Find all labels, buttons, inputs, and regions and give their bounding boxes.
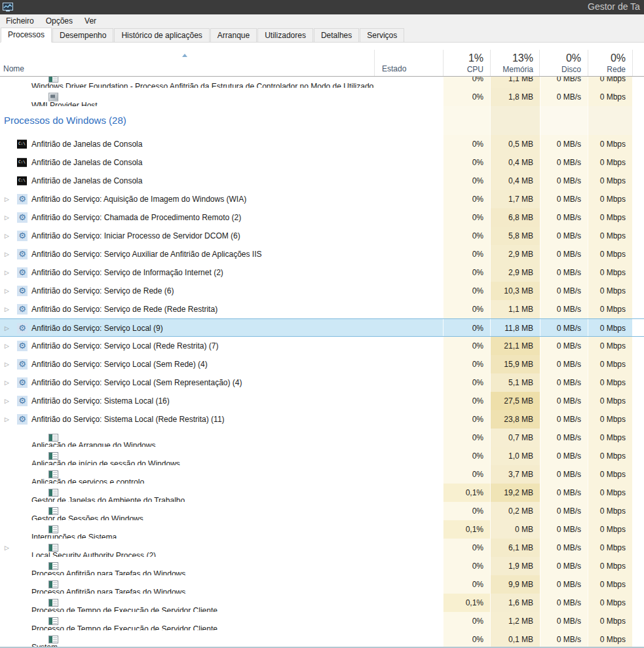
- column-header-disco[interactable]: 0% Disco: [540, 52, 581, 75]
- expand-chevron-icon[interactable]: ▷: [5, 343, 9, 349]
- expand-chevron-icon[interactable]: ▷: [5, 417, 9, 423]
- process-row[interactable]: ▷⚙Anfitrião do Serviço: Sistema Local (1…: [0, 392, 644, 410]
- process-row[interactable]: Processo Anfitrião para Tarefas do Windo…: [0, 557, 644, 575]
- menu-ficheiro[interactable]: Ficheiro: [0, 14, 40, 28]
- process-row[interactable]: Processo de Tempo de Execução de Servido…: [0, 612, 644, 630]
- process-row[interactable]: ▷⚙Anfitrião do Serviço: Serviço de Rede …: [0, 300, 644, 318]
- estado-cell: [374, 300, 443, 318]
- process-row[interactable]: ▷⚙Anfitrião do Serviço: Chamada de Proce…: [0, 208, 644, 227]
- sort-ascending-icon: [182, 54, 187, 57]
- process-row[interactable]: Windows Driver Foundation - Processo Anf…: [0, 77, 644, 88]
- disco-cell: 0 MB/s: [540, 520, 588, 539]
- cpu-cell: 0%: [443, 575, 490, 594]
- disco-cell: 0 MB/s: [540, 557, 588, 575]
- rede-cell: 0 Mbps: [588, 208, 632, 227]
- estado-cell: [374, 410, 443, 429]
- name-cell: ▷⚙Anfitrião do Serviço: Serviço Local (S…: [0, 373, 374, 392]
- row-spacer: [632, 300, 644, 318]
- row-spacer: [632, 172, 644, 190]
- process-row[interactable]: ▷⚙Anfitrião do Serviço: Serviço Auxiliar…: [0, 245, 644, 263]
- window-icon: [48, 470, 58, 478]
- expand-chevron-icon[interactable]: ▷: [5, 362, 9, 368]
- menu-opcoes[interactable]: Opções: [40, 14, 79, 28]
- column-header-nome[interactable]: Nome: [3, 64, 24, 73]
- expand-chevron-icon[interactable]: ▷: [5, 197, 9, 202]
- gear-icon: ⚙: [17, 341, 28, 351]
- process-row[interactable]: ▷⚙Anfitrião do Serviço: Serviço de Rede …: [0, 282, 644, 300]
- rede-cell: 0 Mbps: [588, 172, 632, 190]
- menu-ver[interactable]: Ver: [79, 14, 102, 28]
- rede-cell: 0 Mbps: [588, 447, 632, 465]
- tab-arranque[interactable]: Arranque: [210, 28, 257, 43]
- row-spacer: [632, 319, 644, 336]
- name-cell: Processo Anfitrião para Tarefas do Windo…: [0, 575, 374, 594]
- tab-processos[interactable]: Processos: [1, 28, 52, 43]
- process-row[interactable]: ▷⚙Anfitrião do Serviço: Iniciar Processo…: [0, 227, 644, 245]
- cpu-cell: 0%: [443, 227, 490, 245]
- column-header-cpu[interactable]: 1% CPU: [443, 52, 483, 75]
- tab-detalhes[interactable]: Detalhes: [314, 28, 359, 43]
- expand-chevron-icon[interactable]: ▷: [5, 270, 9, 276]
- gear-icon: ⚙: [17, 323, 28, 334]
- memoria-cell: 23,8 MB: [490, 410, 540, 429]
- process-row[interactable]: Aplicação de início de sessão do Windows…: [0, 447, 644, 465]
- process-row[interactable]: ▷⚙Anfitrião do Serviço: Sistema Local (R…: [0, 410, 644, 429]
- section-header-row[interactable]: Processos do Windows (28): [0, 106, 644, 135]
- process-row[interactable]: ▷⚙Anfitrião do Serviço: Serviço Local (S…: [0, 373, 644, 392]
- name-cell: ▷⚙Anfitrião do Serviço: Sistema Local (1…: [0, 392, 374, 410]
- expand-chevron-icon[interactable]: ▷: [5, 252, 9, 257]
- expand-chevron-icon[interactable]: ▷: [5, 326, 9, 332]
- process-row[interactable]: Processo de Tempo de Execução de Servido…: [0, 594, 644, 612]
- rede-cell: 0 Mbps: [588, 502, 632, 520]
- expand-chevron-icon[interactable]: ▷: [5, 545, 9, 551]
- estado-cell: [374, 355, 443, 373]
- process-name: Anfitrião do Serviço: Serviço Local (Red…: [31, 341, 218, 351]
- expand-chevron-icon[interactable]: ▷: [5, 233, 9, 239]
- estado-cell: [374, 429, 443, 447]
- process-row[interactable]: ▷⚙Anfitrião do Serviço: Serviço Local (S…: [0, 355, 644, 373]
- process-row[interactable]: Gestor de Janelas do Ambiente do Trabalh…: [0, 484, 644, 502]
- disco-cell: 0 MB/s: [540, 410, 588, 429]
- process-row[interactable]: ▷Local Security Authority Process (2)0%6…: [0, 539, 644, 557]
- process-row[interactable]: System0%0,1 MB0 MB/s0 Mbps: [0, 630, 644, 648]
- row-spacer: [632, 88, 644, 106]
- process-name: Processo de Tempo de Execução de Servido…: [31, 624, 218, 630]
- name-cell: WMI Provider Host: [0, 88, 374, 106]
- process-row[interactable]: C:\Anfitrião de Janelas de Consola0%0,4 …: [0, 153, 644, 172]
- expand-chevron-icon[interactable]: ▷: [5, 398, 9, 404]
- memoria-cell: 9,9 MB: [490, 575, 540, 594]
- process-row[interactable]: Aplicação de Arranque do Windows0%0,7 MB…: [0, 429, 644, 447]
- process-row[interactable]: ▷⚙Anfitrião do Serviço: Serviço Local (9…: [0, 318, 644, 337]
- name-cell: Aplicação de serviços e controlo: [0, 465, 374, 484]
- name-cell: ▷⚙Anfitrião do Serviço: Aquisição de Ima…: [0, 190, 374, 208]
- memoria-cell: 1,1 MB: [490, 300, 540, 318]
- process-row[interactable]: Aplicação de serviços e controlo0%3,7 MB…: [0, 465, 644, 484]
- expand-chevron-icon[interactable]: ▷: [5, 288, 9, 294]
- process-row[interactable]: ▷⚙Anfitrião do Serviço: Serviço Local (R…: [0, 337, 644, 355]
- column-separator: [632, 50, 633, 76]
- process-row[interactable]: Gestor de Sessões do Windows0%0,2 MB0 MB…: [0, 502, 644, 520]
- column-header-memoria[interactable]: 13% Memória: [490, 52, 533, 75]
- gear-icon: ⚙: [17, 194, 28, 204]
- process-row[interactable]: Processo Anfitrião para Tarefas do Windo…: [0, 575, 644, 594]
- estado-cell: [374, 630, 443, 648]
- expand-chevron-icon[interactable]: ▷: [5, 307, 9, 313]
- process-row[interactable]: WMI Provider Host0%1,8 MB0 MB/s0 Mbps: [0, 88, 644, 106]
- titlebar[interactable]: Gestor de Ta: [0, 0, 644, 14]
- process-row[interactable]: ▷⚙Anfitrião do Serviço: Serviço de Infor…: [0, 263, 644, 282]
- process-row[interactable]: C:\Anfitrião de Janelas de Consola0%0,5 …: [0, 135, 644, 153]
- tab-historico-de-aplicacoes[interactable]: Histórico de aplicações: [114, 28, 209, 43]
- rede-cell: 0 Mbps: [588, 77, 632, 88]
- process-row[interactable]: Interrupções de Sistema0,1%0 MB0 MB/s0 M…: [0, 520, 644, 539]
- column-header-estado[interactable]: Estado: [382, 64, 406, 73]
- process-name: Anfitrião do Serviço: Serviço Local (Sem…: [31, 378, 242, 387]
- process-row[interactable]: ▷⚙Anfitrião do Serviço: Aquisição de Ima…: [0, 190, 644, 208]
- tab-servicos[interactable]: Serviços: [360, 28, 404, 43]
- expand-chevron-icon[interactable]: ▷: [5, 215, 9, 221]
- tab-desempenho[interactable]: Desempenho: [52, 28, 113, 43]
- tab-utilizadores[interactable]: Utilizadores: [257, 28, 313, 43]
- cpu-cell: 0,1%: [443, 594, 490, 612]
- process-row[interactable]: C:\Anfitrião de Janelas de Consola0%0,4 …: [0, 172, 644, 190]
- column-header-rede[interactable]: 0% Rede: [588, 52, 626, 75]
- expand-chevron-icon[interactable]: ▷: [5, 380, 9, 386]
